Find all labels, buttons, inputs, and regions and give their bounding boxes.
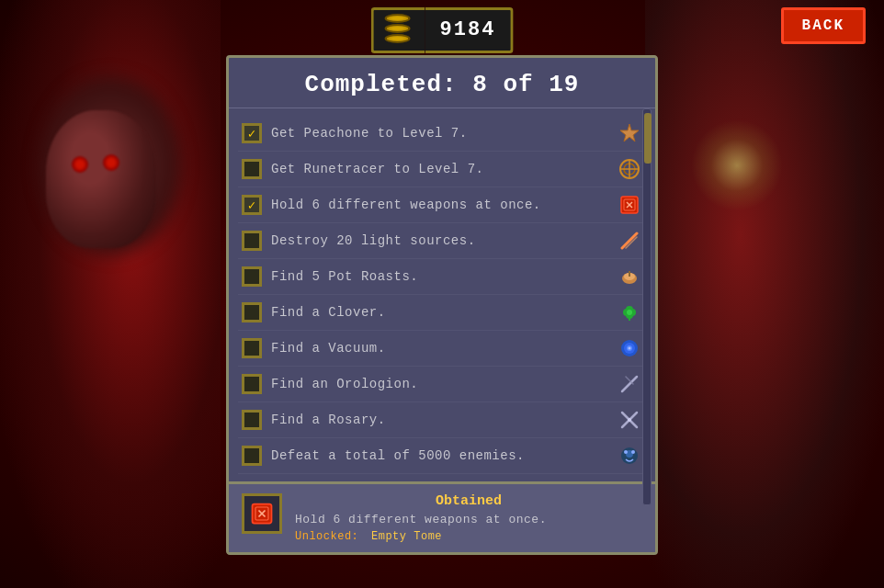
checkbox-8	[242, 374, 262, 394]
zombie-eye-right	[103, 154, 119, 171]
list-item: Find an Orologion.	[238, 367, 646, 402]
svg-point-33	[624, 450, 628, 454]
item-text-10: Defeat a total of 5000 enemies.	[271, 448, 609, 463]
orologion-icon	[617, 371, 642, 397]
checkbox-6	[242, 302, 262, 322]
obtained-title: Obtained	[295, 493, 642, 509]
svg-point-34	[631, 450, 635, 454]
item-text-4: Destroy 20 light sources.	[271, 233, 609, 248]
currency-value: 9184	[425, 7, 514, 53]
obtained-item-icon	[242, 493, 282, 534]
checkbox-9	[242, 410, 262, 430]
svg-point-18	[627, 310, 632, 315]
list-item: Get Peachone to Level 7.	[238, 116, 646, 152]
obtained-text-block: Obtained Hold 6 different weapons at onc…	[295, 493, 642, 543]
clover-icon	[617, 300, 642, 325]
runetracer-icon	[617, 156, 642, 182]
sparkle-effect	[691, 119, 783, 211]
checkbox-5	[242, 266, 262, 287]
scrollbar-thumb[interactable]	[644, 113, 652, 164]
item-text-9: Find a Rosary.	[271, 413, 609, 427]
enemies-icon	[617, 443, 642, 469]
checkbox-1	[242, 123, 262, 143]
coin-stack-icon	[381, 14, 414, 45]
light-icon	[617, 228, 642, 254]
item-text-2: Get Runetracer to Level 7.	[271, 162, 609, 176]
checkbox-4	[242, 231, 262, 251]
vacuum-icon	[617, 335, 642, 361]
coin-top	[385, 14, 411, 23]
svg-marker-0	[620, 124, 639, 141]
item-text-8: Find an Orologion.	[271, 377, 609, 391]
unlocked-label: Unlocked:	[295, 530, 358, 543]
coin-bot	[385, 34, 411, 43]
potroast-icon	[617, 264, 642, 289]
rosary-icon	[617, 407, 642, 433]
bg-left-character	[0, 0, 221, 588]
panel-header: Completed: 8 of 19	[229, 58, 655, 108]
svg-point-23	[629, 347, 631, 350]
checklist-container: Get Peachone to Level 7. Get Runetracer …	[229, 108, 655, 481]
svg-line-9	[622, 233, 637, 248]
coin-display	[371, 7, 425, 53]
checkbox-2	[242, 159, 262, 179]
item-text-3: Hold 6 different weapons at once.	[271, 198, 609, 212]
unlocked-item: Empty Tome	[371, 530, 442, 543]
checkbox-3	[242, 195, 262, 215]
list-item: Hold 6 different weapons at once.	[238, 187, 646, 223]
coin-icon	[381, 14, 414, 47]
weapons-icon	[617, 192, 642, 218]
back-button[interactable]: BACK	[781, 7, 866, 44]
bg-right-character	[645, 0, 884, 588]
obtained-panel: Obtained Hold 6 different weapons at onc…	[229, 481, 655, 552]
checkbox-7	[242, 338, 262, 358]
scrollbar-track[interactable]	[642, 108, 652, 505]
list-item: Find 5 Pot Roasts.	[238, 259, 646, 295]
item-text-7: Find a Vacuum.	[271, 341, 609, 356]
coin-mid	[385, 24, 411, 33]
top-bar: 9184	[371, 7, 514, 53]
zombie-decoration	[46, 110, 156, 248]
obtained-description: Hold 6 different weapons at once.	[295, 513, 642, 526]
item-text-6: Find a Clover.	[271, 305, 609, 320]
zombie-eye-left	[72, 156, 88, 173]
list-item: Get Runetracer to Level 7.	[238, 152, 646, 187]
obtained-unlocked: Unlocked: Empty Tome	[295, 530, 642, 543]
list-item: Find a Vacuum.	[238, 331, 646, 367]
list-item: Find a Rosary.	[238, 402, 646, 438]
peachone-icon	[617, 120, 642, 146]
item-text-5: Find 5 Pot Roasts.	[271, 269, 609, 284]
svg-line-24	[622, 377, 637, 391]
item-text-1: Get Peachone to Level 7.	[271, 126, 609, 141]
checkbox-10	[242, 446, 262, 466]
svg-point-30	[628, 418, 631, 422]
list-item: Defeat a total of 5000 enemies.	[238, 438, 646, 474]
list-item: Find a Clover.	[238, 295, 646, 331]
list-item: Destroy 20 light sources.	[238, 223, 646, 259]
main-panel: Completed: 8 of 19 Get Peachone to Level…	[226, 55, 658, 555]
